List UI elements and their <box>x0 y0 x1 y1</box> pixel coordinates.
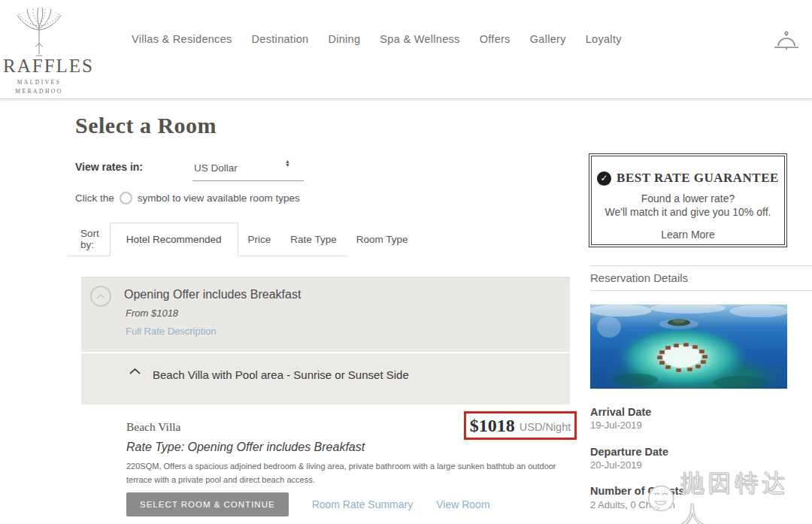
site-header: RAFFLES MALDIVES MERADHOO Villas & Resid… <box>0 0 812 99</box>
currency-select[interactable]: US Dollar ▲▼ <box>192 159 304 181</box>
arrival-date-value: 19-Jul-2019 <box>590 420 642 431</box>
best-rate-guarantee-header: ✓ BEST RATE GUARANTEE <box>592 171 784 186</box>
hint-prefix: Click the <box>75 192 114 204</box>
main-nav: Villas & Residences Destination Dining S… <box>132 33 622 45</box>
room-description: 220SQM, Offers a spacious adjoined bedro… <box>126 459 571 486</box>
best-rate-line1: Found a lower rate? <box>592 192 784 205</box>
nav-villas-residences[interactable]: Villas & Residences <box>132 33 232 45</box>
nav-loyalty[interactable]: Loyalty <box>586 33 622 45</box>
room-group-title: Beach Villa with Pool area - Sunrise or … <box>153 368 409 381</box>
view-rates-row: View rates in: US Dollar ▲▼ <box>75 159 304 181</box>
sort-by-label: Sort by: <box>68 228 110 250</box>
room-types-hint: Click the symbol to view available room … <box>75 192 300 204</box>
offer-title: Opening Offer includes Breakfast <box>124 288 301 301</box>
nav-destination[interactable]: Destination <box>252 33 309 45</box>
room-actions: SELECT ROOM & CONTINUE Room Rate Summary… <box>126 492 490 516</box>
sort-tabstrip: Sort by: Hotel Recommended Price Rate Ty… <box>68 223 347 256</box>
resort-aerial-photo <box>590 304 787 389</box>
watermark-text: 抛因特达人 <box>681 468 812 524</box>
currency-selected-value: US Dollar <box>194 162 238 174</box>
view-room-link[interactable]: View Room <box>436 498 489 510</box>
brand-sub-maldives: MALDIVES <box>3 79 75 86</box>
tree-logo-icon <box>7 5 71 57</box>
nav-offers[interactable]: Offers <box>480 33 511 45</box>
offer-collapse-icon[interactable] <box>90 286 111 307</box>
arrival-date-label: Arrival Date <box>590 406 651 418</box>
room-rate-summary-link[interactable]: Room Rate Summary <box>312 498 414 510</box>
view-rates-label: View rates in: <box>75 159 143 173</box>
nav-spa-wellness[interactable]: Spa & Wellness <box>380 33 459 45</box>
page-title: Select a Room <box>75 113 217 138</box>
price-highlight-box: $1018 USD/Night <box>464 411 577 440</box>
best-rate-guarantee-box: ✓ BEST RATE GUARANTEE Found a lower rate… <box>591 156 785 245</box>
room-name: Beach Villa <box>126 420 180 434</box>
price-amount: $1018 <box>470 416 515 436</box>
tab-price[interactable]: Price <box>238 234 281 245</box>
hint-suffix: symbol to view available room types <box>138 192 300 204</box>
brand-name: RAFFLES <box>3 56 75 77</box>
price-unit: USD/Night <box>520 418 571 433</box>
reservation-details-header: Reservation Details <box>590 265 812 291</box>
nav-gallery[interactable]: Gallery <box>530 33 566 45</box>
select-arrows-icon: ▲▼ <box>285 159 290 167</box>
select-room-continue-button[interactable]: SELECT ROOM & CONTINUE <box>126 492 289 516</box>
tab-room-type[interactable]: Room Type <box>347 234 418 245</box>
best-rate-line2: We'll match it and give you 10% off. <box>592 205 784 219</box>
offer-from-price: From $1018 <box>126 307 178 319</box>
number-of-guests-label: Number of Guests <box>590 485 685 497</box>
rate-card: Opening Offer includes Breakfast From $1… <box>81 277 570 404</box>
raffles-logo[interactable]: RAFFLES MALDIVES MERADHOO <box>3 5 75 95</box>
tab-rate-type[interactable]: Rate Type <box>280 234 346 245</box>
departure-date-value: 20-Jul-2019 <box>590 459 642 471</box>
reservation-details-title: Reservation Details <box>590 266 812 290</box>
best-rate-guarantee-title: BEST RATE GUARANTEE <box>617 171 779 186</box>
service-bell-icon[interactable] <box>773 30 800 53</box>
room-group-section: Beach Villa with Pool area - Sunrise or … <box>81 352 570 404</box>
room-group-collapse-icon[interactable] <box>129 368 141 375</box>
room-types-circle-icon[interactable] <box>120 192 132 204</box>
tab-hotel-recommended[interactable]: Hotel Recommended <box>110 223 238 256</box>
departure-date-label: Departure Date <box>590 446 668 458</box>
check-badge-icon: ✓ <box>597 171 611 186</box>
booking-page: RAFFLES MALDIVES MERADHOO Villas & Resid… <box>0 0 812 524</box>
full-rate-description-link[interactable]: Full Rate Description <box>126 326 217 337</box>
learn-more-link[interactable]: Learn More <box>592 229 784 241</box>
number-of-guests-value: 2 Adults, 0 Children <box>590 499 675 510</box>
nav-dining[interactable]: Dining <box>328 33 360 45</box>
offer-section: Opening Offer includes Breakfast From $1… <box>81 277 570 352</box>
room-rate-type: Rate Type: Opening Offer includes Breakf… <box>126 441 365 454</box>
brand-sub-meradhoo: MERADHOO <box>3 88 75 95</box>
